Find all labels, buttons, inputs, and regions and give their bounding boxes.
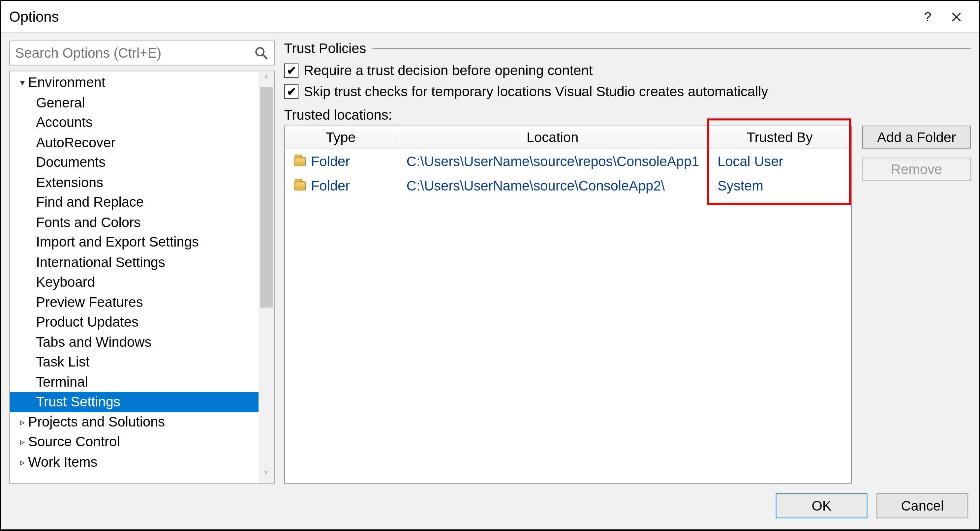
scroll-thumb[interactable] [260, 87, 273, 307]
side-buttons: Add a Folder Remove [862, 126, 971, 483]
tree-label: Extensions [36, 175, 103, 191]
tree-label: AutoRecover [36, 135, 115, 150]
tree-label: Product Updates [36, 314, 138, 330]
cell-trusted-by: System [708, 178, 851, 194]
main-row: ▾Environment General Accounts AutoRecove… [9, 41, 971, 483]
cancel-button[interactable]: Cancel [877, 493, 968, 518]
tree-scrollbar[interactable]: ˄ ˅ [259, 71, 274, 483]
search-icon [253, 45, 269, 61]
tree-item-tabs-windows[interactable]: Tabs and Windows [10, 332, 259, 352]
tree-item-import-export[interactable]: Import and Export Settings [10, 232, 259, 253]
tree-label: Environment [28, 75, 105, 91]
group-title: Trust Policies [284, 41, 366, 56]
tree-item-environment[interactable]: ▾Environment [10, 73, 259, 92]
tree-label: Projects and Solutions [28, 414, 165, 430]
checkbox-skip-temp[interactable]: ✔ Skip trust checks for temporary locati… [284, 84, 971, 100]
cell-location: C:\Users\UserName\source\repos\ConsoleAp… [397, 154, 708, 169]
tree-item-terminal[interactable]: Terminal [10, 372, 259, 392]
content-area: ▾Environment General Accounts AutoRecove… [1, 33, 979, 529]
search-box[interactable] [9, 41, 275, 65]
tree-item-find-replace[interactable]: Find and Replace [10, 192, 259, 213]
dialog-footer: OK Cancel [9, 490, 971, 521]
tree-label: General [36, 95, 85, 110]
tree-label: Accounts [36, 115, 93, 130]
trusted-locations-label: Trusted locations: [284, 107, 971, 123]
col-header-location[interactable]: Location [397, 126, 708, 149]
caret-right-icon: ▹ [18, 417, 27, 427]
tree-item-work-items[interactable]: ▹Work Items [10, 452, 259, 472]
checkbox-icon: ✔ [284, 84, 299, 99]
checkbox-icon: ✔ [284, 64, 299, 78]
titlebar: Options ? [1, 1, 979, 33]
checkbox-require-trust[interactable]: ✔ Require a trust decision before openin… [284, 63, 971, 79]
col-header-trusted-by[interactable]: Trusted By [708, 126, 851, 149]
trusted-locations-table[interactable]: Type Location Trusted By Folder C:\Users… [284, 126, 852, 483]
table-row[interactable]: Folder C:\Users\UserName\source\repos\Co… [285, 149, 851, 173]
tree-label: Fonts and Colors [36, 215, 140, 231]
folder-icon [294, 181, 305, 190]
tree-item-international[interactable]: International Settings [10, 252, 259, 272]
cell-trusted-by: Local User [708, 154, 851, 169]
help-button[interactable]: ? [913, 2, 942, 31]
settings-panel: Trust Policies ✔ Require a trust decisio… [284, 41, 971, 483]
tree-item-trust-settings[interactable]: Trust Settings [10, 392, 259, 412]
tree-label: Keyboard [36, 274, 95, 290]
tree-item-autorecover[interactable]: AutoRecover [10, 132, 259, 153]
scroll-down-icon[interactable]: ˅ [259, 467, 274, 483]
tree-item-projects-solutions[interactable]: ▹Projects and Solutions [10, 412, 259, 432]
tree-item-accounts[interactable]: Accounts [10, 112, 259, 132]
ok-button[interactable]: OK [776, 493, 867, 518]
tree-label: Preview Features [36, 294, 143, 310]
tree-item-task-list[interactable]: Task List [10, 352, 259, 372]
window-title: Options [9, 8, 913, 25]
svg-point-2 [256, 48, 264, 56]
tree-item-product-updates[interactable]: Product Updates [10, 312, 259, 332]
cell-location: C:\Users\UserName\source\ConsoleApp2\ [397, 178, 708, 194]
tree-item-fonts-colors[interactable]: Fonts and Colors [10, 212, 259, 232]
add-folder-button[interactable]: Add a Folder [862, 126, 971, 148]
tree-item-documents[interactable]: Documents [10, 153, 259, 173]
cell-type: Folder [311, 154, 350, 169]
tree-label: Work Items [28, 454, 97, 470]
tree-label: Task List [36, 355, 89, 370]
table-header: Type Location Trusted By [285, 126, 851, 149]
tree-label: Terminal [36, 374, 88, 390]
caret-down-icon: ▾ [18, 78, 27, 88]
tree-label: Source Control [28, 434, 120, 450]
tree-label: Find and Replace [36, 194, 144, 210]
tree-label: Tabs and Windows [36, 334, 151, 350]
divider [372, 48, 971, 49]
close-button[interactable] [942, 2, 971, 31]
tree-label: Import and Export Settings [36, 234, 199, 250]
cell-type: Folder [311, 178, 350, 194]
folder-icon [294, 157, 305, 166]
scroll-up-icon[interactable]: ˄ [259, 71, 274, 87]
tree-list[interactable]: ▾Environment General Accounts AutoRecove… [10, 71, 259, 483]
caret-right-icon: ▹ [18, 437, 27, 447]
checkbox-label: Require a trust decision before opening … [304, 63, 593, 79]
options-tree: ▾Environment General Accounts AutoRecove… [9, 70, 275, 483]
left-pane: ▾Environment General Accounts AutoRecove… [9, 41, 275, 483]
col-header-type[interactable]: Type [285, 126, 397, 149]
tree-label: Documents [36, 154, 105, 170]
checkbox-label: Skip trust checks for temporary location… [304, 84, 768, 100]
scroll-track[interactable] [259, 87, 274, 467]
tree-item-source-control[interactable]: ▹Source Control [10, 432, 259, 452]
tree-item-general[interactable]: General [10, 92, 259, 113]
table-row[interactable]: Folder C:\Users\UserName\source\ConsoleA… [285, 173, 851, 197]
group-header: Trust Policies [284, 41, 971, 56]
options-dialog: Options ? ▾Environment General Accounts … [0, 0, 980, 531]
tree-item-preview-features[interactable]: Preview Features [10, 292, 259, 312]
close-icon [951, 11, 962, 22]
caret-right-icon: ▹ [18, 456, 27, 467]
remove-button[interactable]: Remove [862, 157, 971, 180]
trusted-locations-row: Type Location Trusted By Folder C:\Users… [284, 126, 971, 483]
svg-line-3 [263, 55, 267, 59]
search-input[interactable] [15, 45, 254, 61]
tree-label: Trust Settings [36, 394, 120, 410]
table-body: Folder C:\Users\UserName\source\repos\Co… [285, 149, 851, 483]
tree-item-keyboard[interactable]: Keyboard [10, 272, 259, 293]
tree-label: International Settings [36, 254, 165, 270]
tree-item-extensions[interactable]: Extensions [10, 172, 259, 192]
